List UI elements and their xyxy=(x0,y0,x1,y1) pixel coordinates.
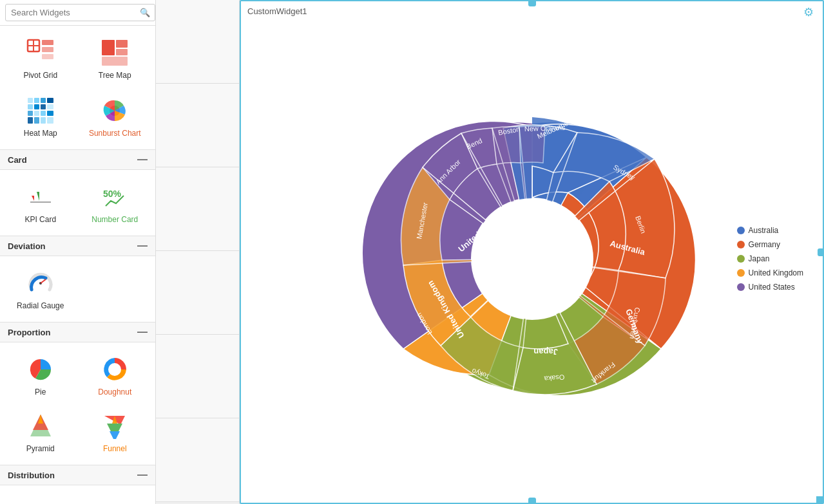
proportion-section-header: Proportion — xyxy=(0,322,155,342)
svg-marker-38 xyxy=(107,424,122,431)
svg-marker-39 xyxy=(110,431,120,439)
heat-map-icon xyxy=(25,95,56,126)
search-icon: 🔍 xyxy=(140,8,150,17)
panel-cell-4 xyxy=(156,251,239,335)
svg-text:50%: 50% xyxy=(103,189,122,199)
svg-rect-7 xyxy=(116,40,128,48)
distribution-section-title: Distribution xyxy=(8,471,55,480)
heat-map-label: Heat Map xyxy=(24,129,57,138)
content-area: CustomWidget1 ⚙ xyxy=(240,0,824,504)
svg-rect-21 xyxy=(47,111,53,116)
deviation-collapse-icon[interactable]: — xyxy=(137,240,148,252)
widget-item-pivot-grid[interactable]: Pivot Grid xyxy=(6,33,75,84)
widget-title: CustomWidget1 xyxy=(247,6,307,16)
widget-item-sunburst-chart[interactable]: Sunburst Chart xyxy=(81,91,149,142)
widget-canvas: CustomWidget1 ⚙ xyxy=(240,0,824,504)
proportion-section-title: Proportion xyxy=(8,328,50,337)
pie-icon xyxy=(25,354,56,385)
tree-map-icon xyxy=(99,37,130,68)
card-section-header: Card — xyxy=(0,149,155,170)
svg-text:Japan: Japan xyxy=(533,347,558,357)
funnel-label: Funnel xyxy=(103,444,127,453)
radial-gauge-label: Radial Gauge xyxy=(17,301,64,310)
card-section-title: Card xyxy=(8,155,27,165)
widget-item-kpi-card[interactable]: KPI Card xyxy=(6,178,75,228)
pivot-grid-label: Pivot Grid xyxy=(23,71,57,80)
svg-rect-17 xyxy=(47,104,53,109)
proportion-widget-grid: Pie Doughnut xyxy=(0,342,155,465)
pyramid-icon xyxy=(25,411,56,442)
deviation-widget-grid: Radial Gauge xyxy=(0,256,155,322)
panel-cell-3 xyxy=(156,167,239,251)
svg-rect-10 xyxy=(28,98,33,103)
legend-item-uk: United Kingdom xyxy=(737,268,803,277)
widget-item-heat-map[interactable]: Heat Map xyxy=(6,91,75,142)
gear-icon[interactable]: ⚙ xyxy=(803,5,818,19)
search-bar: 🔍 xyxy=(0,0,155,26)
pie-label: Pie xyxy=(35,387,46,397)
sunburst-icon xyxy=(99,95,130,126)
deviation-section-title: Deviation xyxy=(8,241,46,251)
legend-item-japan: Japan xyxy=(737,254,803,263)
svg-rect-9 xyxy=(102,57,128,66)
number-card-icon: 50% xyxy=(99,182,130,212)
widget-item-funnel[interactable]: Funnel xyxy=(81,407,149,457)
widget-item-doughnut[interactable]: Doughnut xyxy=(81,350,149,400)
pyramid-label: Pyramid xyxy=(26,444,55,453)
legend-dot-japan xyxy=(737,255,745,263)
panel-strip xyxy=(156,0,240,504)
doughnut-label: Doughnut xyxy=(98,387,131,397)
legend-label-germany: Germany xyxy=(749,240,780,249)
svg-marker-28 xyxy=(37,192,39,201)
svg-marker-27 xyxy=(32,196,34,201)
search-input[interactable] xyxy=(5,4,155,21)
legend-label-japan: Japan xyxy=(749,254,770,263)
legend-dot-germany xyxy=(737,241,745,248)
svg-rect-18 xyxy=(28,111,33,116)
svg-rect-5 xyxy=(42,54,53,59)
svg-rect-3 xyxy=(42,40,53,45)
svg-rect-24 xyxy=(41,117,46,124)
svg-rect-16 xyxy=(41,104,46,109)
svg-rect-20 xyxy=(41,111,46,116)
deviation-section-header: Deviation — xyxy=(0,236,155,256)
proportion-collapse-icon[interactable]: — xyxy=(137,326,148,338)
sunburst-svg: Australia Germany Japan United Kingdom U… xyxy=(326,59,738,458)
widget-item-pyramid[interactable]: Pyramid xyxy=(6,407,75,457)
legend-item-germany: Germany xyxy=(737,240,803,249)
panel-cell-1 xyxy=(156,0,239,84)
number-card-label: Number Card xyxy=(91,215,138,224)
card-collapse-icon[interactable]: — xyxy=(137,154,148,165)
svg-rect-11 xyxy=(34,98,39,103)
legend-item-australia: Australia xyxy=(737,226,803,235)
distribution-collapse-icon[interactable]: — xyxy=(137,469,148,481)
sidebar: 🔍 Pivot Grid xyxy=(0,0,156,504)
widget-item-radial-gauge[interactable]: Radial Gauge xyxy=(6,264,75,314)
svg-rect-19 xyxy=(34,111,39,116)
legend-dot-australia xyxy=(737,227,745,234)
panel-cell-2 xyxy=(156,84,239,167)
distribution-section-header: Distribution — xyxy=(0,465,155,485)
widget-item-tree-map[interactable]: Tree Map xyxy=(81,33,149,84)
svg-rect-14 xyxy=(28,104,33,109)
svg-rect-15 xyxy=(34,104,39,109)
widget-grid-heat: Heat Map Sunburst Chart xyxy=(0,91,155,149)
chart-area: Australia Germany Japan United Kingdom U… xyxy=(241,21,823,496)
svg-rect-8 xyxy=(116,49,128,55)
resize-handle-top[interactable] xyxy=(528,1,536,6)
radial-gauge-icon xyxy=(25,268,56,299)
resize-handle-bottom[interactable] xyxy=(528,498,536,503)
svg-rect-13 xyxy=(47,98,53,103)
resize-handle-corner[interactable] xyxy=(816,496,823,503)
widget-item-number-card[interactable]: 50% Number Card xyxy=(81,178,149,228)
svg-rect-23 xyxy=(34,117,39,124)
doughnut-icon xyxy=(99,354,130,385)
legend-label-us: United States xyxy=(749,283,795,292)
widget-grid-top: Pivot Grid Tree Map xyxy=(0,26,155,91)
panel-cell-5 xyxy=(156,335,239,418)
widget-item-pie[interactable]: Pie xyxy=(6,350,75,400)
card-widget-grid: KPI Card 50% Number Card xyxy=(0,170,155,236)
svg-line-32 xyxy=(41,279,46,283)
kpi-card-icon xyxy=(25,182,56,212)
svg-rect-6 xyxy=(102,40,115,55)
